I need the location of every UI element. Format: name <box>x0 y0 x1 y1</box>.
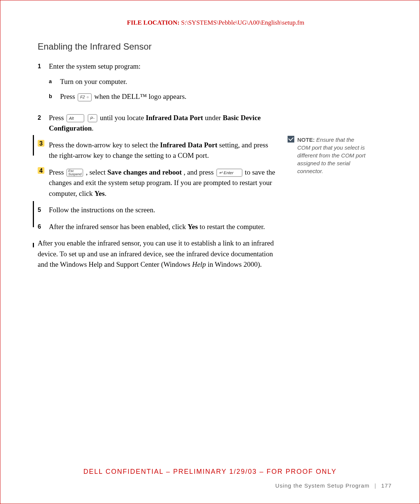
content-wrap: 1 Enter the system setup program: a Turn… <box>38 61 394 270</box>
note-check-icon <box>288 136 294 143</box>
step-body: After the infrared sensor has been enabl… <box>49 222 276 232</box>
document-page: FILE LOCATION: S:\SYSTEMS\Pebble\UG\A00\… <box>0 0 420 504</box>
step-1: 1 Enter the system setup program: a Turn… <box>38 61 276 107</box>
text-fragment: in Windows 2000). <box>206 260 262 268</box>
bold-text: Infrared Data Port <box>146 114 203 122</box>
alt-key-icon: Alt <box>66 114 84 122</box>
confidential-footer: DELL CONFIDENTIAL – PRELIMINARY 1/29/03 … <box>0 468 420 476</box>
step-number: 5 <box>38 205 49 215</box>
change-bar <box>33 201 34 227</box>
step-3: 3 Press the down-arrow key to select the… <box>38 140 276 161</box>
text-fragment: until you locate <box>100 114 146 122</box>
substep-letter: b <box>49 91 60 102</box>
note-label: NOTE: <box>297 137 316 143</box>
step-6: 6 After the infrared sensor has been ena… <box>38 222 276 232</box>
text-fragment: Press <box>49 114 66 122</box>
step-body: Enter the system setup program: a Turn o… <box>49 61 276 107</box>
text-fragment: under <box>205 114 223 122</box>
page-number: 177 <box>381 482 392 489</box>
enter-key-icon: ↵Enter <box>216 169 242 177</box>
text-fragment: , and press <box>184 168 215 176</box>
substep-text: Turn on your computer. <box>60 76 276 87</box>
text-fragment: Press <box>49 168 66 176</box>
footer-divider: | <box>374 482 376 489</box>
step-2: 2 Press Alt P – until you locate Infrare… <box>38 113 276 134</box>
step-body: Follow the instructions on the screen. <box>49 205 276 216</box>
text-fragment: , select <box>86 168 107 176</box>
brightness-icon: ☼ <box>86 95 89 100</box>
change-bar <box>33 135 34 156</box>
italic-text: Help <box>192 260 206 268</box>
step-number: 1 <box>38 61 49 71</box>
substep-letter: a <box>49 76 60 87</box>
key-label-bottom: Suspend <box>68 173 82 176</box>
text-fragment: Press <box>60 93 77 100</box>
step-body: Press the down-arrow key to select the I… <box>49 140 276 161</box>
page-footer: Using the System Setup Program | 177 <box>275 482 392 489</box>
key-label: F2 <box>80 94 85 100</box>
bold-text: Save changes and reboot <box>107 168 182 176</box>
substep-b: b Press F2☼ when the DELL™ logo appears. <box>49 91 276 102</box>
text-fragment: Press the down-arrow key to select the <box>49 141 160 149</box>
change-bar <box>33 243 34 247</box>
step-body: Press Alt P – until you locate Infrared … <box>49 113 276 134</box>
section-title: Enabling the Infrared Sensor <box>38 41 394 52</box>
main-content: 1 Enter the system setup program: a Turn… <box>38 61 276 270</box>
key-label: Enter <box>224 170 233 176</box>
step-number-highlighted: 4 <box>38 167 44 174</box>
footer-section-title: Using the System Setup Program <box>275 482 370 489</box>
bold-text: Yes <box>94 190 104 197</box>
step-text: Enter the system setup program: <box>49 62 141 70</box>
text-fragment: . <box>92 124 94 132</box>
step-5: 5 Follow the instructions on the screen. <box>38 205 276 216</box>
file-location-path: S:\SYSTEMS\Pebble\UG\A00\English\setup.f… <box>179 19 304 26</box>
text-fragment: . <box>105 190 107 197</box>
enter-arrow-icon: ↵ <box>219 169 223 176</box>
note-text: NOTE: Ensure that the COM port that you … <box>297 136 366 175</box>
bold-text: Yes <box>188 223 198 231</box>
substep-text: Press F2☼ when the DELL™ logo appears. <box>60 91 276 102</box>
bold-text: Infrared Data Port <box>160 141 217 149</box>
text-fragment: After the infrared sensor has been enabl… <box>49 223 188 231</box>
step-number-highlighted: 3 <box>38 140 44 147</box>
step-number: 2 <box>38 113 49 122</box>
key-label: P <box>90 115 93 122</box>
step-number: 6 <box>38 222 49 231</box>
p-key-icon: P – <box>88 114 97 122</box>
step-body: Press EscSuspend , select Save changes a… <box>49 167 276 199</box>
note-block: NOTE: Ensure that the COM port that you … <box>288 136 366 175</box>
sidebar-note: NOTE: Ensure that the COM port that you … <box>288 136 366 270</box>
text-fragment: when the DELL™ logo appears. <box>94 93 187 100</box>
text-fragment: to restart the computer. <box>200 223 265 231</box>
f2-key-icon: F2☼ <box>78 93 92 101</box>
substep-a: a Turn on your computer. <box>49 76 276 87</box>
key-sublabel: – <box>93 117 95 120</box>
file-location-label: FILE LOCATION: <box>127 19 179 26</box>
closing-paragraph: After you enable the infrared sensor, yo… <box>38 238 276 270</box>
esc-key-icon: EscSuspend <box>66 169 84 177</box>
file-location-header: FILE LOCATION: S:\SYSTEMS\Pebble\UG\A00\… <box>38 19 394 26</box>
step-4: 4 Press EscSuspend , select Save changes… <box>38 167 276 199</box>
sub-list: a Turn on your computer. b Press F2☼ whe… <box>49 76 276 102</box>
step-list: 1 Enter the system setup program: a Turn… <box>38 61 276 232</box>
